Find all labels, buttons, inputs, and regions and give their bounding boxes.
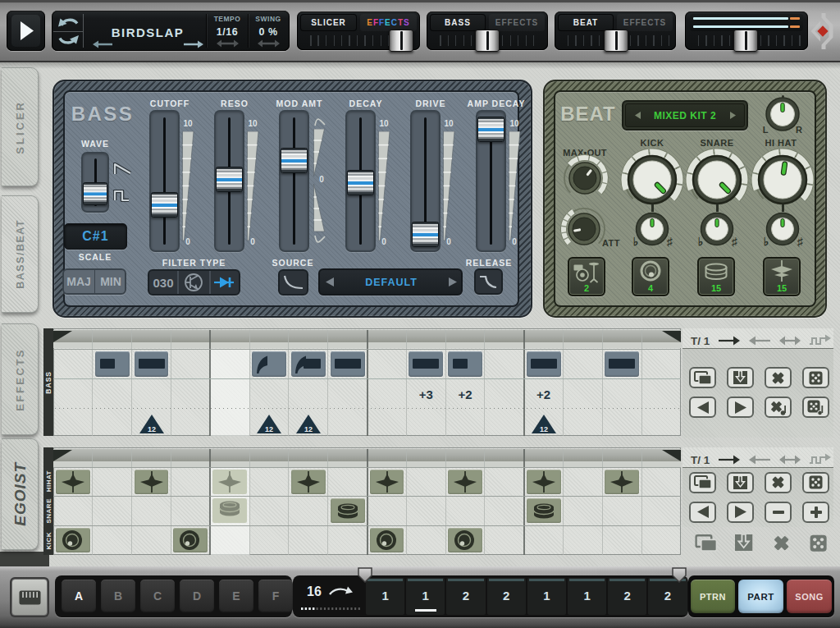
svg-text:12: 12 [148, 425, 156, 433]
svg-text:12: 12 [540, 425, 548, 433]
svg-text:12: 12 [304, 425, 313, 433]
svg-text:12: 12 [265, 425, 273, 433]
